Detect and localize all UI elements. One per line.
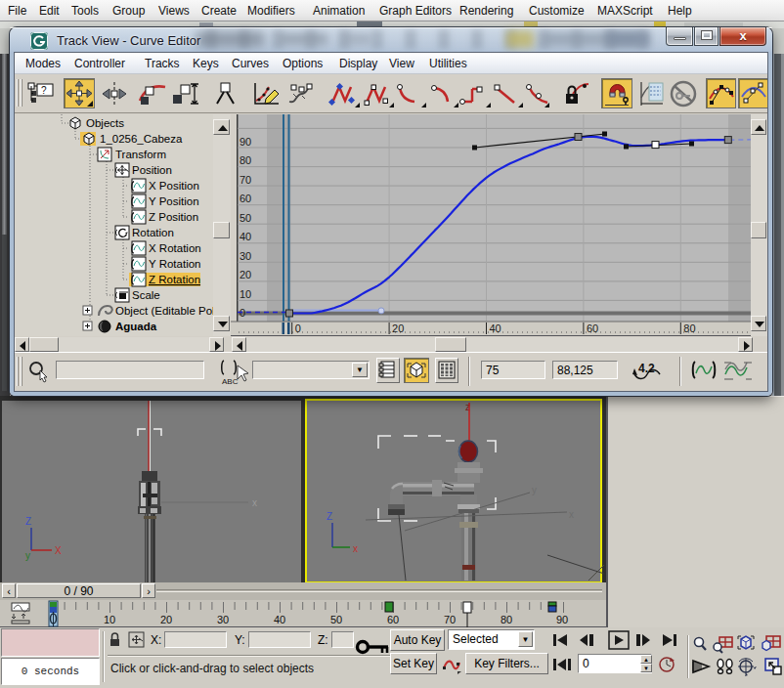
- svg-text:20: 20: [240, 269, 251, 280]
- svg-text:30: 30: [240, 250, 251, 262]
- svg-text:Z: Z: [25, 516, 31, 527]
- svg-text:1_0256_Cabeza: 1_0256_Cabeza: [100, 133, 183, 145]
- svg-text:y: y: [532, 485, 537, 495]
- svg-text:ABC: ABC: [222, 377, 239, 386]
- svg-text:Z Rotation: Z Rotation: [149, 274, 200, 285]
- svg-text:50: 50: [240, 212, 251, 224]
- svg-text:80: 80: [501, 614, 512, 625]
- svg-text:60: 60: [387, 614, 399, 625]
- svg-text:90: 90: [556, 614, 568, 625]
- svg-text:50: 50: [330, 614, 342, 625]
- svg-text:y: y: [25, 550, 30, 561]
- svg-text:4.2: 4.2: [638, 362, 655, 375]
- svg-text:Y Rotation: Y Rotation: [149, 258, 201, 270]
- svg-text:x: x: [252, 497, 257, 508]
- svg-text:70: 70: [240, 174, 251, 186]
- svg-text:Z: Z: [327, 511, 332, 522]
- svg-text:20: 20: [392, 322, 404, 334]
- svg-text:80: 80: [683, 322, 695, 334]
- svg-text:Object (Editable Poly): Object (Editable Poly): [115, 305, 213, 317]
- svg-text:60: 60: [587, 322, 598, 334]
- svg-text:Objects: Objects: [86, 117, 124, 129]
- svg-text:x: x: [569, 509, 574, 520]
- svg-text:0: 0: [295, 322, 301, 334]
- svg-text:90: 90: [240, 136, 251, 148]
- svg-text:Scale: Scale: [132, 289, 160, 301]
- svg-text:60: 60: [240, 193, 251, 204]
- svg-text:Position: Position: [132, 164, 172, 176]
- svg-text:40: 40: [490, 322, 501, 334]
- svg-text:0: 0: [240, 307, 245, 319]
- svg-text:X Rotation: X Rotation: [149, 242, 201, 254]
- svg-text:40: 40: [274, 614, 285, 625]
- svg-text:Y Position: Y Position: [149, 195, 199, 207]
- svg-text:10: 10: [240, 288, 251, 300]
- svg-text:20: 20: [160, 614, 172, 625]
- svg-text:X Position: X Position: [149, 180, 199, 192]
- svg-text:80: 80: [240, 154, 251, 166]
- svg-text:40: 40: [240, 231, 251, 242]
- svg-text:10: 10: [104, 614, 115, 625]
- svg-text:Z Position: Z Position: [149, 211, 198, 223]
- svg-text:x: x: [353, 543, 358, 554]
- svg-text:30: 30: [217, 614, 229, 625]
- svg-text:Aguada: Aguada: [115, 321, 157, 332]
- svg-text:Transform: Transform: [115, 149, 166, 160]
- svg-text:?: ?: [41, 85, 47, 96]
- svg-text:X: X: [55, 545, 62, 556]
- svg-text:70: 70: [444, 614, 456, 625]
- svg-text:Rotation: Rotation: [132, 227, 174, 238]
